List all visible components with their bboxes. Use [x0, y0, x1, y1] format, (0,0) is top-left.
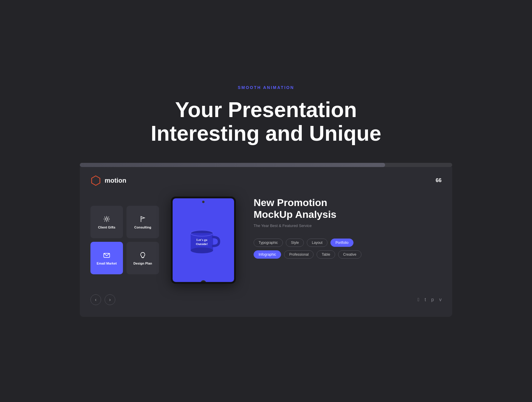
card-consulting[interactable]: Consulting: [126, 206, 159, 238]
card-client-gifts-label: Client Gifts: [98, 226, 116, 229]
card-client-gifts[interactable]: Client Gifts: [90, 206, 123, 238]
slide-number: 66: [436, 177, 442, 184]
email-icon: [103, 251, 111, 259]
promotion-title-line2: MockUp Analysis: [254, 208, 442, 221]
tablet-frame: Let's go Outside!: [171, 197, 236, 284]
tag-portfolio[interactable]: Portfolio: [330, 239, 353, 247]
page-wrapper: SMOOTH ANIMATION Your Presentation Inter…: [80, 85, 452, 317]
card-design-plan[interactable]: Design Plan: [126, 242, 159, 274]
brand-logo: motion: [90, 175, 126, 186]
twitter-icon[interactable]: t: [425, 297, 426, 302]
tags-row-2: Infographic Professional Table Creative: [254, 250, 442, 259]
tablet-screen: Let's go Outside!: [173, 198, 234, 282]
vimeo-icon[interactable]: v: [439, 297, 442, 302]
bulb-icon: [139, 251, 147, 259]
tag-infographic[interactable]: Infographic: [254, 250, 281, 259]
gear-icon: [103, 215, 111, 223]
tag-layout[interactable]: Layout: [307, 239, 327, 247]
svg-text:Outside!: Outside!: [196, 242, 208, 246]
card-email-market-label: Email Market: [97, 262, 117, 265]
tag-creative[interactable]: Creative: [338, 250, 361, 259]
prev-arrow-button[interactable]: ‹: [90, 294, 101, 305]
tablet-mockup: Let's go Outside!: [171, 197, 236, 284]
card-consulting-label: Consulting: [134, 226, 151, 229]
right-info: New Promotion MockUp Analysis The Year B…: [248, 197, 442, 262]
slide-footer: ‹ ›  t p v: [90, 294, 442, 305]
svg-marker-0: [92, 176, 100, 185]
main-title-line2: Interesting and Unique: [151, 122, 381, 145]
tablet-camera: [202, 201, 205, 203]
facebook-icon[interactable]: : [418, 297, 419, 302]
promotion-title-line1: New Promotion: [254, 197, 442, 209]
flag-icon: [139, 215, 147, 223]
promotion-subtitle: The Year Best & Featured Service: [254, 223, 442, 228]
mug-illustration: Let's go Outside!: [184, 221, 223, 259]
tag-typographic[interactable]: Typographic: [254, 239, 283, 247]
card-design-plan-label: Design Plan: [134, 262, 152, 265]
slide-header: motion 66: [90, 175, 442, 186]
svg-text:Let's go: Let's go: [197, 238, 207, 241]
main-title: Your Presentation Interesting and Unique: [151, 98, 381, 145]
social-icons:  t p v: [418, 297, 442, 302]
main-title-line1: Your Presentation: [151, 98, 381, 121]
pinterest-icon[interactable]: p: [431, 297, 434, 302]
svg-point-1: [106, 218, 108, 220]
tags-row-1: Typographic Style Layout Portfolio: [254, 239, 442, 247]
promotion-title: New Promotion MockUp Analysis: [254, 197, 442, 221]
svg-point-7: [191, 247, 213, 253]
top-label: SMOOTH ANIMATION: [238, 85, 294, 90]
left-cards: Client Gifts Consulting Email Market: [90, 206, 159, 274]
tag-table[interactable]: Table: [317, 250, 335, 259]
brand-name: motion: [105, 177, 126, 184]
slide-content: Client Gifts Consulting Email Market: [90, 197, 442, 284]
progress-bar: [80, 163, 452, 167]
tag-style[interactable]: Style: [286, 239, 304, 247]
tag-professional[interactable]: Professional: [284, 250, 314, 259]
card-email-market[interactable]: Email Market: [90, 242, 123, 274]
next-arrow-button[interactable]: ›: [105, 294, 115, 305]
hexagon-icon: [90, 175, 101, 186]
progress-bar-fill: [80, 163, 385, 167]
nav-arrows: ‹ ›: [90, 294, 115, 305]
slide-area: motion 66 Client Gifts: [80, 167, 452, 317]
